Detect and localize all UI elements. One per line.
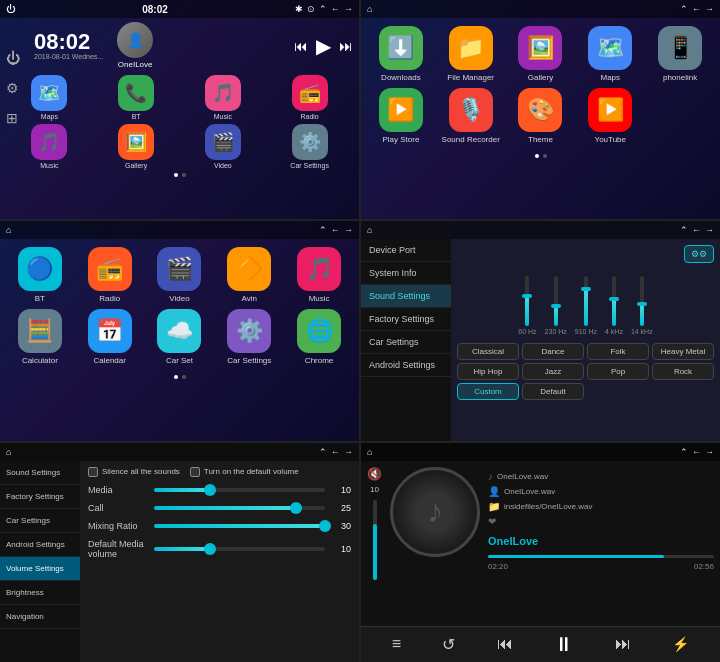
repeat-btn[interactable]: ↺ [442, 635, 455, 654]
forward-icon-5[interactable]: → [344, 447, 353, 457]
home-app-6[interactable]: 🎬 Video [182, 124, 265, 169]
eq-knob-2[interactable] [581, 287, 591, 291]
vol-thumb-2[interactable] [319, 520, 331, 532]
forward-icon-4[interactable]: → [705, 225, 714, 235]
vol-thumb-0[interactable] [204, 484, 216, 496]
expand-icon-2[interactable]: ⌃ [680, 4, 688, 14]
ml-app-4[interactable]: 🎵 Music [287, 247, 351, 303]
eq-knob-0[interactable] [522, 294, 532, 298]
tr-app-8[interactable]: ▶️ YouTube [578, 88, 642, 144]
media-next-btn[interactable]: ⏭ [339, 38, 353, 54]
eq-bar-group-1[interactable]: 230 Hz [545, 276, 567, 335]
eq-knob-4[interactable] [637, 302, 647, 306]
vol-sidebar-item-0[interactable]: Sound Settings [0, 461, 80, 485]
music-file-item-2[interactable]: 📁 insidefiles/OneILove.wav [488, 501, 714, 512]
eq-preset-5[interactable]: Jazz [522, 363, 584, 380]
music-file-item-3[interactable]: ❤ [488, 516, 714, 527]
ml-app-7[interactable]: ☁️ Car Set [148, 309, 212, 365]
silence-checkbox[interactable] [88, 467, 98, 477]
tr-app-7[interactable]: 🎨 Theme [509, 88, 573, 144]
back-icon-3[interactable]: ← [331, 225, 340, 235]
music-progress-bar[interactable] [488, 555, 714, 558]
ml-app-5[interactable]: 🧮 Calculator [8, 309, 72, 365]
back-icon[interactable]: ← [331, 4, 340, 14]
power-side-icon[interactable]: ⏻ [6, 50, 20, 66]
playlist-btn[interactable]: ≡ [392, 635, 401, 653]
eq-preset-4[interactable]: Hip Hop [457, 363, 519, 380]
vol-thumb-3[interactable] [204, 543, 216, 555]
forward-icon-3[interactable]: → [344, 225, 353, 235]
home-app-1[interactable]: 📞 BT [95, 75, 178, 120]
vol-sidebar-item-2[interactable]: Car Settings [0, 509, 80, 533]
eq-preset-7[interactable]: Rock [652, 363, 714, 380]
music-file-item-1[interactable]: 👤 OneILove.wav [488, 486, 714, 497]
home-icon-5[interactable]: ⌂ [6, 447, 11, 457]
forward-icon[interactable]: → [344, 4, 353, 14]
home-icon-3[interactable]: ⌂ [6, 225, 11, 235]
eq-sidebar-item-2[interactable]: Sound Settings [361, 285, 451, 308]
eq-preset-0[interactable]: Classical [457, 343, 519, 360]
vol-sidebar-item-5[interactable]: Brightness [0, 581, 80, 605]
back-icon-6[interactable]: ← [692, 447, 701, 457]
tr-app-2[interactable]: 🖼️ Gallery [509, 26, 573, 82]
home-app-5[interactable]: 🖼️ Gallery [95, 124, 178, 169]
eq-sidebar-item-3[interactable]: Factory Settings [361, 308, 451, 331]
eq-bar-group-4[interactable]: 14 kHz [631, 276, 653, 335]
music-file-item-0[interactable]: ♪ OneILove.wav [488, 471, 714, 482]
forward-icon-2[interactable]: → [705, 4, 714, 14]
media-play-btn[interactable]: ▶ [316, 34, 331, 58]
vol-sidebar-item-6[interactable]: Navigation [0, 605, 80, 629]
eq-settings-btn[interactable]: ⚙⚙ [684, 245, 714, 263]
vol-sidebar-item-3[interactable]: Android Settings [0, 533, 80, 557]
tr-app-5[interactable]: ▶️ Play Store [369, 88, 433, 144]
vol-track-1[interactable] [154, 506, 325, 510]
expand-icon-3[interactable]: ⌃ [319, 225, 327, 235]
eq-preset-9[interactable]: Default [522, 383, 584, 400]
media-prev-btn[interactable]: ⏮ [294, 38, 308, 54]
mute-icon[interactable]: 🔇 [367, 467, 382, 481]
eq-sidebar-item-5[interactable]: Android Settings [361, 354, 451, 377]
expand-icon-6[interactable]: ⌃ [680, 447, 688, 457]
eq-preset-2[interactable]: Folk [587, 343, 649, 360]
home-icon-2[interactable]: ⌂ [367, 4, 372, 14]
tr-app-0[interactable]: ⬇️ Downloads [369, 26, 433, 82]
eq-sidebar-item-4[interactable]: Car Settings [361, 331, 451, 354]
eq-bar-group-0[interactable]: 60 Hz [518, 276, 536, 335]
ml-app-2[interactable]: 🎬 Video [148, 247, 212, 303]
home-icon-6[interactable]: ⌂ [367, 447, 372, 457]
tr-app-4[interactable]: 📱 phonelink [648, 26, 712, 82]
eq-preset-8[interactable]: Custom [457, 383, 519, 400]
eq-preset-3[interactable]: Heavy Metal [652, 343, 714, 360]
vol-thumb-1[interactable] [290, 502, 302, 514]
power-icon[interactable]: ⏻ [6, 4, 15, 14]
ml-app-1[interactable]: 📻 Radio [78, 247, 142, 303]
vol-track-3[interactable] [154, 547, 325, 551]
ml-app-6[interactable]: 📅 Calendar [78, 309, 142, 365]
eq-preset-1[interactable]: Dance [522, 343, 584, 360]
eq-preset-6[interactable]: Pop [587, 363, 649, 380]
ml-app-8[interactable]: ⚙️ Car Settings [217, 309, 281, 365]
home-app-4[interactable]: 🎵 Music [8, 124, 91, 169]
vol-sidebar-item-1[interactable]: Factory Settings [0, 485, 80, 509]
home-app-0[interactable]: 🗺️ Maps [8, 75, 91, 120]
expand-icon-5[interactable]: ⌃ [319, 447, 327, 457]
eq-btn[interactable]: ⚡ [672, 636, 689, 652]
pause-btn[interactable]: ⏸ [554, 633, 574, 656]
settings-side-icon[interactable]: ⚙ [6, 80, 20, 96]
tr-app-1[interactable]: 📁 File Manager [439, 26, 503, 82]
apps-side-icon[interactable]: ⊞ [6, 110, 20, 126]
volume-bar-vertical[interactable] [373, 500, 377, 580]
eq-sidebar-item-0[interactable]: Device Port [361, 239, 451, 262]
vol-sidebar-item-4[interactable]: Volume Settings [0, 557, 80, 581]
back-icon-4[interactable]: ← [692, 225, 701, 235]
tr-app-6[interactable]: 🎙️ Sound Recorder [439, 88, 503, 144]
back-icon-2[interactable]: ← [692, 4, 701, 14]
forward-icon-6[interactable]: → [705, 447, 714, 457]
expand-icon-4[interactable]: ⌃ [680, 225, 688, 235]
next-btn[interactable]: ⏭ [615, 635, 631, 653]
prev-btn[interactable]: ⏮ [497, 635, 513, 653]
home-app-2[interactable]: 🎵 Music [182, 75, 265, 120]
vol-track-2[interactable] [154, 524, 325, 528]
expand-icon[interactable]: ⌃ [319, 4, 327, 14]
eq-sidebar-item-1[interactable]: System Info [361, 262, 451, 285]
